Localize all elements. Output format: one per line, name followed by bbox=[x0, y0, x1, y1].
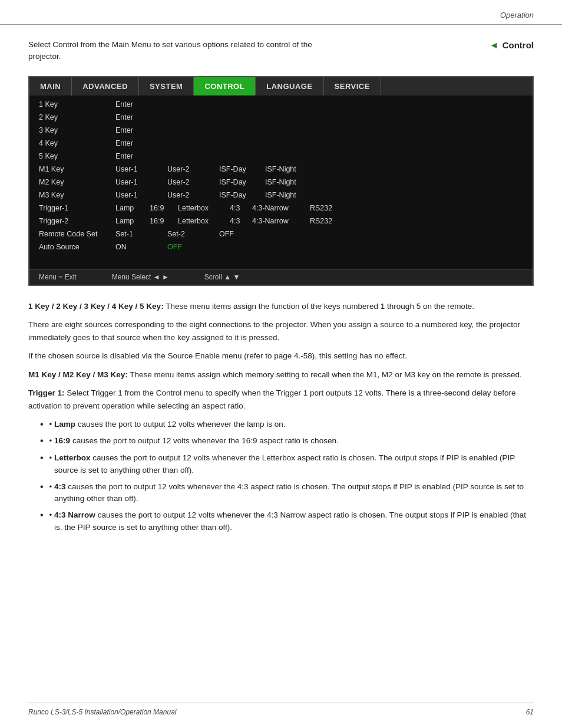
footer-select: Menu Select ◄ ► bbox=[112, 273, 169, 281]
menu-screenshot: MAIN ADVANCED SYSTEM CONTROL LANGUAGE SE… bbox=[28, 76, 534, 286]
row-val: User-1 bbox=[115, 191, 163, 199]
tab-system[interactable]: SYSTEM bbox=[139, 77, 194, 95]
bullet-text: 16:9 causes the port to output 12 volts … bbox=[54, 435, 339, 447]
body-section: 1 Key / 2 Key / 3 Key / 4 Key / 5 Key: T… bbox=[28, 300, 534, 533]
tab-language[interactable]: LANGUAGE bbox=[256, 77, 323, 95]
para5-bold: Trigger 1: bbox=[28, 388, 65, 397]
row-val: Enter bbox=[115, 152, 133, 160]
list-item: • Letterbox causes the port to output 12… bbox=[40, 452, 534, 476]
bullet-text: Letterbox causes the port to output 12 v… bbox=[54, 452, 534, 476]
row-val: RS232 bbox=[310, 204, 332, 212]
arrow-icon: ◄ bbox=[490, 40, 499, 51]
tab-advanced[interactable]: ADVANCED bbox=[72, 77, 139, 95]
row-val: User-2 bbox=[167, 178, 214, 186]
row-val: ISF-Night bbox=[265, 178, 296, 186]
menu-footer: Menu = Exit Menu Select ◄ ► Scroll ▲ ▼ bbox=[29, 269, 533, 285]
row-val: Letterbox bbox=[178, 217, 225, 225]
para4-text: These menu items assign which memory set… bbox=[128, 370, 522, 379]
bullet-dot: • bbox=[49, 452, 54, 476]
row-label: Remote Code Set bbox=[39, 230, 115, 238]
row-val: 4:3 bbox=[230, 204, 247, 212]
row-val: Set-1 bbox=[115, 230, 163, 238]
table-row: 5 Key Enter bbox=[29, 150, 533, 163]
row-val: User-1 bbox=[115, 165, 163, 173]
footer-right: 61 bbox=[526, 708, 534, 716]
table-row: 3 Key Enter bbox=[29, 124, 533, 137]
bullet-text: Lamp causes the port to output 12 volts … bbox=[54, 419, 285, 431]
row-val: User-2 bbox=[167, 191, 214, 199]
page-header: Operation bbox=[0, 0, 562, 25]
row-label: 2 Key bbox=[39, 113, 115, 121]
footer-scroll: Scroll ▲ ▼ bbox=[204, 273, 240, 281]
bullet-dot: • bbox=[49, 509, 54, 533]
menu-tabs: MAIN ADVANCED SYSTEM CONTROL LANGUAGE SE… bbox=[29, 77, 533, 95]
table-row: M2 Key User-1 User-2 ISF-Day ISF-Night bbox=[29, 176, 533, 189]
row-val: ISF-Day bbox=[219, 165, 260, 173]
row-val: Letterbox bbox=[178, 204, 225, 212]
bullet-dot: • bbox=[49, 481, 54, 505]
table-row: M1 Key User-1 User-2 ISF-Day ISF-Night bbox=[29, 163, 533, 176]
row-val: User-2 bbox=[167, 165, 214, 173]
row-val: ISF-Day bbox=[219, 191, 260, 199]
row-val: 16:9 bbox=[150, 217, 173, 225]
table-row: 1 Key Enter bbox=[29, 98, 533, 111]
list-item: • 4:3 causes the port to output 12 volts… bbox=[40, 481, 534, 505]
row-val: Enter bbox=[115, 113, 133, 121]
para1-bold: 1 Key / 2 Key / 3 Key / 4 Key / 5 Key: bbox=[28, 302, 164, 311]
row-label: M3 Key bbox=[39, 191, 115, 199]
row-val: Enter bbox=[115, 100, 133, 108]
para5-text: Select Trigger 1 from the Control menu t… bbox=[28, 388, 515, 410]
spacer-row bbox=[29, 253, 533, 266]
bullet-text: 4:3 causes the port to output 12 volts w… bbox=[54, 481, 534, 505]
row-val: 4:3-Narrow bbox=[252, 204, 305, 212]
para4-bold: M1 Key / M2 Key / M3 Key: bbox=[28, 370, 128, 379]
tab-service[interactable]: SERVICE bbox=[324, 77, 381, 95]
para1: 1 Key / 2 Key / 3 Key / 4 Key / 5 Key: T… bbox=[28, 300, 534, 313]
row-label: 4 Key bbox=[39, 139, 115, 147]
control-heading: ◄ Control bbox=[490, 39, 534, 63]
para5: Trigger 1: Select Trigger 1 from the Con… bbox=[28, 387, 534, 412]
row-val: ISF-Day bbox=[219, 178, 260, 186]
page-content: Select Control from the Main Menu to set… bbox=[0, 25, 562, 561]
table-row: Remote Code Set Set-1 Set-2 OFF bbox=[29, 228, 533, 241]
row-val: OFF bbox=[219, 230, 234, 238]
table-row: Trigger-1 Lamp 16:9 Letterbox 4:3 4:3-Na… bbox=[29, 202, 533, 215]
tab-main[interactable]: MAIN bbox=[29, 77, 72, 95]
control-label: Control bbox=[503, 40, 534, 50]
row-val: 4:3-Narrow bbox=[252, 217, 305, 225]
row-val: Lamp bbox=[115, 204, 145, 212]
row-label: M1 Key bbox=[39, 165, 115, 173]
table-row: Trigger-2 Lamp 16:9 Letterbox 4:3 4:3-Na… bbox=[29, 215, 533, 228]
tab-control[interactable]: CONTROL bbox=[194, 77, 256, 95]
para2: There are eight sources corresponding to… bbox=[28, 318, 534, 344]
para1-text: These menu items assign the function of … bbox=[164, 302, 474, 311]
list-item: • 4:3 Narrow causes the port to output 1… bbox=[40, 509, 534, 533]
table-row: Auto Source ON OFF bbox=[29, 241, 533, 253]
row-val: Enter bbox=[115, 126, 133, 134]
menu-body: 1 Key Enter 2 Key Enter 3 Key Enter 4 Ke… bbox=[29, 95, 533, 269]
row-label: Trigger-1 bbox=[39, 204, 115, 212]
row-val: Enter bbox=[115, 139, 133, 147]
para3: If the chosen source is disabled via the… bbox=[28, 350, 534, 363]
bullet-list: • Lamp causes the port to output 12 volt… bbox=[40, 419, 534, 533]
row-val: OFF bbox=[167, 243, 182, 251]
para4: M1 Key / M2 Key / M3 Key: These menu ite… bbox=[28, 368, 534, 381]
row-label: 1 Key bbox=[39, 100, 115, 108]
row-val: ON bbox=[115, 243, 163, 251]
row-val: Lamp bbox=[115, 217, 145, 225]
row-val: 16:9 bbox=[150, 204, 173, 212]
row-val: Set-2 bbox=[167, 230, 214, 238]
section-label: Operation bbox=[500, 11, 534, 19]
row-val: 4:3 bbox=[230, 217, 247, 225]
row-label: M2 Key bbox=[39, 178, 115, 186]
table-row: M3 Key User-1 User-2 ISF-Day ISF-Night bbox=[29, 189, 533, 202]
row-val: ISF-Night bbox=[265, 165, 296, 173]
bullet-dot: • bbox=[49, 419, 54, 431]
row-label: Auto Source bbox=[39, 243, 115, 251]
row-val: ISF-Night bbox=[265, 191, 296, 199]
list-item: • 16:9 causes the port to output 12 volt… bbox=[40, 435, 534, 447]
page-footer: Runco LS-3/LS-5 Installation/Operation M… bbox=[28, 703, 534, 716]
intro-text: Select Control from the Main Menu to set… bbox=[28, 39, 323, 63]
row-val: RS232 bbox=[310, 217, 332, 225]
footer-exit: Menu = Exit bbox=[39, 273, 77, 281]
